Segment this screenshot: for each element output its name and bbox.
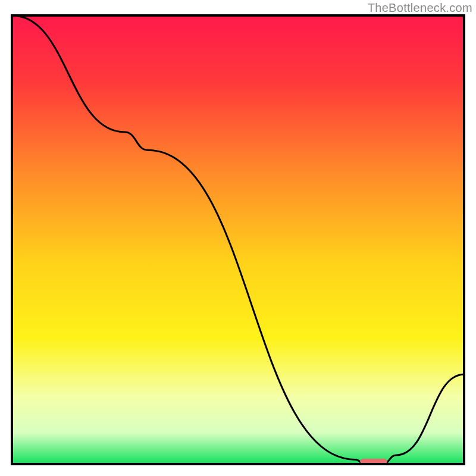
gradient-background [12,15,464,464]
chart-container: TheBottleneck.com [0,0,476,476]
bottleneck-chart [0,0,476,476]
watermark-text: TheBottleneck.com [368,1,472,15]
